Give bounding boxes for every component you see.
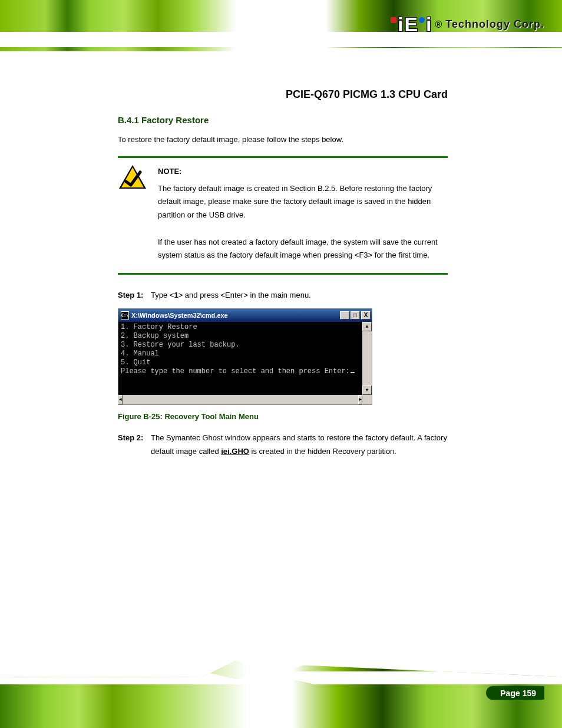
close-button[interactable]: X xyxy=(361,311,371,319)
footer-banner: Page 159 xyxy=(0,645,562,728)
product-title: PCIE-Q670 PICMG 1.3 CPU Card xyxy=(118,88,448,101)
h-scroll-track[interactable] xyxy=(123,395,358,404)
note-body: NOTE: The factory default image is creat… xyxy=(118,158,448,273)
step-2: Step 2: The Symantec Ghost window appear… xyxy=(118,431,448,459)
logo-letter-E: E xyxy=(404,13,418,36)
section-heading: B.4.1 Factory Restore xyxy=(118,115,448,125)
cmd-window: C:\ X:\Windows\System32\cmd.exe _ □ X 1.… xyxy=(118,308,372,405)
step-2-text: The Symantec Ghost window appears and st… xyxy=(151,431,448,459)
cmd-body: 1. Factory Restore 2. Backup system 3. R… xyxy=(118,322,362,395)
brand-text: Technology Corp. xyxy=(445,18,544,31)
cmd-title: X:\Windows\System32\cmd.exe xyxy=(131,312,228,319)
step-1-marker: Step 1: xyxy=(118,289,145,302)
figure-caption: Figure B-25: Recovery Tool Main Menu xyxy=(118,412,448,421)
registered-mark: ® xyxy=(435,19,442,30)
header-banner: i E i ® Technology Corp. xyxy=(0,0,562,83)
page-content: PCIE-Q670 PICMG 1.3 CPU Card B.4.1 Facto… xyxy=(118,88,448,462)
horizontal-scrollbar[interactable]: ◄ ► xyxy=(118,395,372,404)
note-icon xyxy=(118,164,147,190)
cmd-icon: C:\ xyxy=(121,311,129,319)
note-bottom-rule xyxy=(118,273,448,275)
vertical-scrollbar[interactable]: ▲ ▼ xyxy=(362,322,372,395)
logo-dot-red xyxy=(391,17,396,23)
page-number: Page 159 xyxy=(486,686,544,700)
logo-letter-i: i xyxy=(398,13,403,36)
note-text: NOTE: The factory default image is creat… xyxy=(158,164,448,262)
scroll-corner xyxy=(362,395,372,404)
scroll-down-button[interactable]: ▼ xyxy=(362,386,372,395)
cursor-icon xyxy=(351,372,355,373)
note-line-1: The factory default image is created in … xyxy=(158,184,432,220)
maximize-button[interactable]: □ xyxy=(351,311,360,319)
step-1-text: Type <1> and press <Enter> in the main m… xyxy=(151,289,448,302)
logo-dot-blue xyxy=(419,17,425,23)
logo-letters: i E i xyxy=(391,13,432,36)
note-line-2: If the user has not created a factory de… xyxy=(158,238,438,260)
logo-letter-i2: i xyxy=(426,13,431,36)
scroll-up-button[interactable]: ▲ xyxy=(362,322,372,331)
minimize-button[interactable]: _ xyxy=(340,311,349,319)
cmd-titlebar: C:\ X:\Windows\System32\cmd.exe _ □ X xyxy=(118,309,372,322)
note-block: NOTE: The factory default image is creat… xyxy=(118,156,448,275)
step-2-marker: Step 2: xyxy=(118,431,145,459)
scroll-left-button[interactable]: ◄ xyxy=(118,395,123,404)
step-1: Step 1: Type <1> and press <Enter> in th… xyxy=(118,289,448,302)
note-title: NOTE: xyxy=(158,165,448,179)
brand-logo: i E i ® Technology Corp. xyxy=(391,13,544,36)
scroll-right-button[interactable]: ► xyxy=(358,395,362,404)
intro-paragraph: To restore the factory default image, pl… xyxy=(118,133,448,147)
